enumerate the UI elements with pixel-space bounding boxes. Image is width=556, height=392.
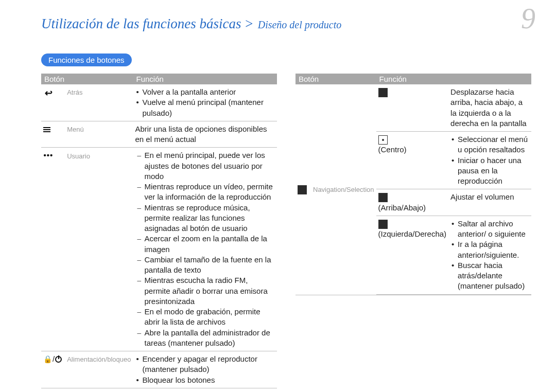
content-columns: Botón Función ↪ Atrás xyxy=(41,74,531,388)
buttons-table-left: Botón Función ↪ Atrás xyxy=(41,74,277,388)
table-row: 🔒/ Alimentación/bloqueo Encender y apaga… xyxy=(41,351,277,388)
back-icon: ↪ xyxy=(43,87,54,99)
table-row: Desplazarse hacia arriba, hacia abajo, a… xyxy=(376,84,531,132)
th-button: Botón xyxy=(41,74,133,84)
subkey-label: (Izquierda/Derecha) xyxy=(378,229,447,239)
table-row: (Izquierda/Derecha) Saltar al archivo an… xyxy=(376,216,531,294)
dpad-all-icon xyxy=(378,88,388,97)
subkey-label: (Centro) xyxy=(378,145,447,155)
page-title: Utilización de las funciones básicas> xyxy=(41,16,255,32)
function-list: En el menú principal, puede ver los ajus… xyxy=(135,150,275,348)
dpad-updown-icon xyxy=(378,193,388,202)
navigation-icon xyxy=(298,185,307,194)
button-label: Alimentación/bloqueo xyxy=(67,355,131,364)
list-item: Abre la pantalla del administrador de ta… xyxy=(135,328,275,349)
list-item: Cambiar el tamaño de la fuente en la pan… xyxy=(135,255,275,276)
function-list: Seleccionar el menú u opción resaltados … xyxy=(450,134,529,186)
function-list: Saltar al archivo anterior/ o siguiente … xyxy=(450,219,529,292)
list-item: Encender y apagar el reproductor (manten… xyxy=(135,354,275,375)
table-row: ↪ Atrás Volver a la pantalla anterior Vu… xyxy=(41,84,277,121)
function-list: Encender y apagar el reproductor (manten… xyxy=(135,354,275,385)
table-row: (Centro) Seleccionar el menú u opción re… xyxy=(376,132,531,189)
list-item: Iniciar o hacer una pausa en la reproduc… xyxy=(450,155,529,187)
table-row: Menú Abrir una lista de opciones disponi… xyxy=(41,121,277,148)
list-item: Vuelve al menú principal (mantener pulsa… xyxy=(135,97,275,118)
th-function: Función xyxy=(133,74,277,84)
page-number: 9 xyxy=(521,4,535,33)
button-label: Menú xyxy=(67,125,84,134)
list-item: Ir a la página anterior/siguiente. xyxy=(450,239,529,260)
left-column: Botón Función ↪ Atrás xyxy=(41,74,277,388)
list-item: En el modo de grabación, permite abrir l… xyxy=(135,307,275,328)
breadcrumb-separator: > xyxy=(244,16,253,31)
button-label: Atrás xyxy=(67,88,82,97)
page-subtitle: Diseño del producto xyxy=(258,19,342,31)
section-pill: Funciones de botones xyxy=(41,54,132,66)
list-item: Bloquear los botones xyxy=(135,375,275,385)
right-column: Botón Función Navigation/Selection xyxy=(296,74,531,295)
list-item: Saltar al archivo anterior/ o siguiente xyxy=(450,219,529,240)
function-text: Desplazarse hacia arriba, hacia abajo, a… xyxy=(448,84,531,132)
list-item: Mientras escucha la radio FM, permite añ… xyxy=(135,275,275,307)
table-row: (Arriba/Abajo) Ajustar el volumen xyxy=(376,189,531,216)
list-item: Buscar hacia atrás/delante (mantener pul… xyxy=(450,260,529,292)
function-list: Volver a la pantalla anterior Vuelve al … xyxy=(135,87,275,118)
button-label: Navigation/Selection xyxy=(313,186,374,194)
lock-power-icon: 🔒/ xyxy=(43,354,62,364)
subkey-label: (Arriba/Abajo) xyxy=(378,203,447,213)
dpad-center-icon xyxy=(378,135,388,145)
list-item: Acercar el zoom en la pantalla de la ima… xyxy=(135,234,275,255)
menu-icon xyxy=(43,126,50,133)
function-text: Abrir una lista de opciones disponibles … xyxy=(133,121,277,148)
buttons-table-right: Botón Función Navigation/Selection xyxy=(296,74,531,295)
table-row: Navigation/Selection Despla xyxy=(296,84,531,295)
dpad-leftright-icon xyxy=(378,220,388,229)
th-button: Botón xyxy=(296,74,376,84)
th-function: Función xyxy=(376,74,531,84)
manual-page: Utilización de las funciones básicas> Di… xyxy=(0,0,556,392)
navigation-subtable: Desplazarse hacia arriba, hacia abajo, a… xyxy=(376,84,531,295)
table-row: ••• Usuario En el menú principal, puede … xyxy=(41,148,277,351)
button-label: Usuario xyxy=(67,152,90,161)
title-block: Utilización de las funciones básicas> Di… xyxy=(41,16,341,32)
list-item: En el menú principal, puede ver los ajus… xyxy=(135,150,275,182)
list-item: Seleccionar el menú u opción resaltados xyxy=(450,134,529,155)
page-header: Utilización de las funciones básicas> Di… xyxy=(41,9,531,33)
list-item: Mientras se reproduce música, permite re… xyxy=(135,203,275,234)
lock-icon: 🔒 xyxy=(43,354,52,364)
list-item: Mientras reproduce un vídeo, permite ver… xyxy=(135,182,275,203)
function-text: Ajustar el volumen xyxy=(448,189,531,216)
list-item: Volver a la pantalla anterior xyxy=(135,87,275,97)
power-icon xyxy=(55,356,62,363)
user-icon: ••• xyxy=(43,150,54,161)
